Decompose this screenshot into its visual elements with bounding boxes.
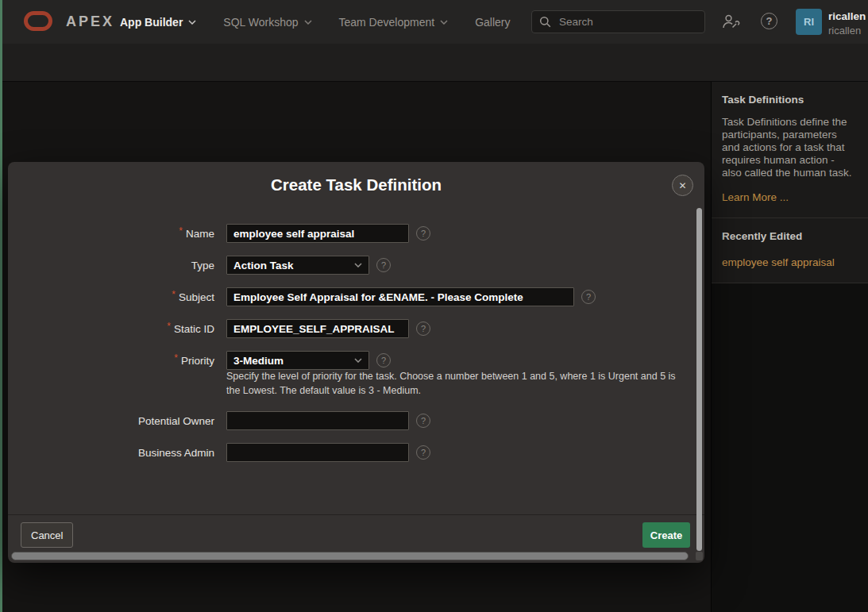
type-select[interactable]: Action Task xyxy=(226,256,369,275)
chevron-down-icon xyxy=(440,20,448,25)
user-display-name: ricallen xyxy=(828,10,866,22)
help-icon[interactable] xyxy=(416,445,430,460)
nav-sql-workshop[interactable]: SQL Workshop xyxy=(223,16,311,29)
global-search-input[interactable] xyxy=(557,15,701,29)
priority-select[interactable]: 3-Medium xyxy=(226,351,369,370)
sidebar-help-text: Task Definitions define the participants… xyxy=(722,116,857,179)
recently-edited-title: Recently Edited xyxy=(722,230,857,242)
header-nav: App Builder SQL Workshop Team Developmen… xyxy=(120,0,510,44)
sidebar-help-section: Task Definitions Task Definitions define… xyxy=(712,82,868,218)
type-label: Type xyxy=(8,260,214,271)
help-icon[interactable]: ? xyxy=(761,13,777,29)
close-icon[interactable]: ✕ xyxy=(672,175,693,196)
sidebar-recently-edited-section: Recently Edited employee self appraisal xyxy=(712,218,868,283)
top-header-bar: APEX App Builder SQL Workshop Team Devel… xyxy=(2,0,868,44)
learn-more-link[interactable]: Learn More ... xyxy=(722,191,857,203)
business-admin-label: Business Admin xyxy=(8,447,214,459)
help-icon[interactable] xyxy=(376,258,391,272)
help-icon[interactable] xyxy=(416,321,430,336)
apex-brand: APEX xyxy=(66,13,114,30)
create-button-dialog[interactable]: Create xyxy=(642,522,690,548)
help-icon[interactable] xyxy=(376,353,391,368)
dialog-vertical-scrollbar[interactable] xyxy=(696,208,702,551)
avatar[interactable]: RI xyxy=(796,9,822,35)
sidebar-empty-area xyxy=(712,283,868,612)
business-admin-input[interactable] xyxy=(226,443,409,462)
sidebar-help-title: Task Definitions xyxy=(722,94,857,106)
cancel-button[interactable]: Cancel xyxy=(21,522,73,548)
recently-edited-item[interactable]: employee self appraisal xyxy=(722,256,857,268)
chevron-down-icon xyxy=(304,20,312,25)
dialog-horizontal-scrollbar[interactable] xyxy=(11,552,689,560)
static-id-label: Static ID xyxy=(8,323,214,335)
potential-owner-label: Potential Owner xyxy=(8,415,214,427)
administration-icon[interactable] xyxy=(721,13,740,30)
chevron-down-icon xyxy=(354,358,362,363)
potential-owner-input[interactable] xyxy=(226,411,409,430)
nav-app-builder[interactable]: App Builder xyxy=(120,16,196,29)
chevron-down-icon xyxy=(354,263,362,268)
user-login-name: ricallen xyxy=(828,25,861,37)
nav-team-development[interactable]: Team Development xyxy=(339,16,449,29)
subject-label: Subject xyxy=(8,291,214,303)
global-search-box xyxy=(531,10,705,33)
dialog-footer-divider xyxy=(8,514,704,515)
dialog-title: Create Task Definition xyxy=(8,175,704,194)
nav-gallery[interactable]: Gallery xyxy=(475,16,510,29)
scrollbar-corner xyxy=(696,552,703,560)
priority-inline-help: Specify the level of priority for the ta… xyxy=(226,369,687,398)
subject-input[interactable] xyxy=(226,287,574,306)
create-task-definition-dialog: Create Task Definition ✕ Name Type Actio… xyxy=(8,162,704,563)
name-input[interactable] xyxy=(226,224,409,243)
apex-shared-components-page: { "header": { "brand": "APEX", "nav": [ … xyxy=(0,0,868,612)
static-id-input[interactable] xyxy=(226,319,409,338)
help-icon[interactable] xyxy=(581,290,596,304)
name-label: Name xyxy=(8,228,214,240)
help-icon[interactable] xyxy=(416,226,430,241)
chevron-down-icon xyxy=(188,20,196,25)
search-icon xyxy=(539,16,551,28)
oracle-logo-icon xyxy=(24,11,52,31)
help-sidebar: Task Definitions Task Definitions define… xyxy=(711,82,868,612)
breadcrumb-bar: ↑ Application 192 \ Shared Components \ … xyxy=(2,44,868,82)
priority-label: Priority xyxy=(8,355,214,367)
help-icon[interactable] xyxy=(416,414,430,428)
